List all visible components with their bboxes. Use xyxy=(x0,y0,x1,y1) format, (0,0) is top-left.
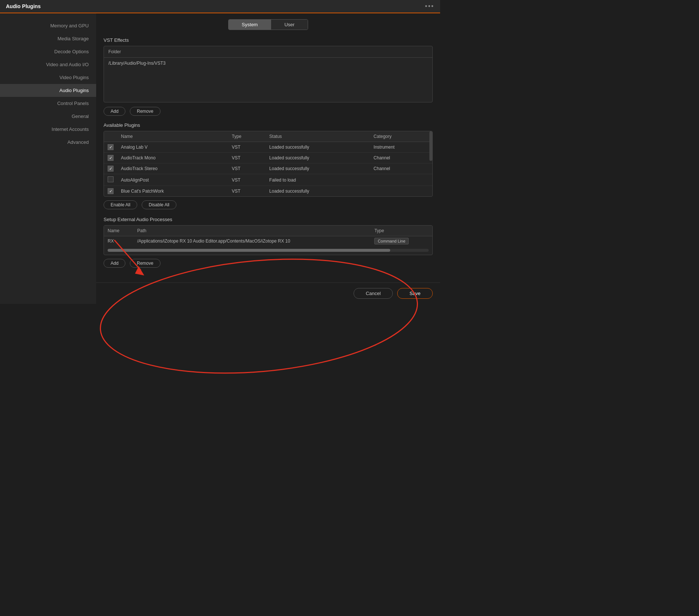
plugin-name-3: AutoAlignPost xyxy=(117,174,228,186)
checkbox-0[interactable]: ✓ xyxy=(108,144,114,150)
plugins-table: Name Type Status Category ✓ Analog Lab V… xyxy=(104,131,432,196)
ext-table: Name Path Type RX /Applications/iZotope … xyxy=(104,226,432,246)
plugin-type-3: VST xyxy=(228,174,266,186)
ext-col-type: Type xyxy=(371,226,432,236)
plugin-type-1: VST xyxy=(228,153,266,163)
plugin-status-1: Loaded successfully xyxy=(266,153,370,163)
plugins-scrollbar[interactable] xyxy=(429,131,432,161)
plugin-category-4 xyxy=(370,186,432,197)
plugin-row-0[interactable]: ✓ Analog Lab V VST Loaded successfully I… xyxy=(104,142,432,153)
plugin-row-1[interactable]: ✓ AudioTrack Mono VST Loaded successfull… xyxy=(104,153,432,163)
ext-table-wrapper: Name Path Type RX /Applications/iZotope … xyxy=(104,225,433,255)
ext-col-path: Path xyxy=(134,226,371,236)
checkbox-4[interactable]: ✓ xyxy=(108,188,114,194)
available-plugins-section: Available Plugins Name Type Status Categ… xyxy=(104,122,433,209)
checkbox-3[interactable] xyxy=(108,176,114,182)
plugin-status-3: Failed to load xyxy=(266,174,370,186)
enable-all-button[interactable]: Enable All xyxy=(104,200,137,209)
ext-scroll-thumb[interactable] xyxy=(108,249,390,252)
ext-type-0: Command Line xyxy=(371,236,432,246)
tab-group: System User xyxy=(228,19,308,30)
ext-remove-button[interactable]: Remove xyxy=(130,259,161,268)
ext-horizontal-scrollbar[interactable] xyxy=(108,249,429,252)
vst-folder-path: /Library/Audio/Plug-Ins/VST3 xyxy=(108,61,428,66)
plugin-check-2[interactable]: ✓ xyxy=(104,163,117,174)
sidebar: Memory and GPU Media Storage Decode Opti… xyxy=(0,13,96,304)
cancel-button[interactable]: Cancel xyxy=(354,288,393,299)
sidebar-item-advanced[interactable]: Advanced xyxy=(0,136,96,149)
sidebar-item-internet-accounts[interactable]: Internet Accounts xyxy=(0,123,96,136)
col-name: Name xyxy=(117,131,228,142)
tabs-container: System User xyxy=(104,19,433,30)
plugin-category-2: Channel xyxy=(370,163,432,174)
plugin-check-1[interactable]: ✓ xyxy=(104,153,117,163)
plugin-row-4[interactable]: ✓ Blue Cat's PatchWork VST Loaded succes… xyxy=(104,186,432,197)
vst-effects-title: VST Effects xyxy=(104,37,433,43)
available-plugins-title: Available Plugins xyxy=(104,122,433,128)
ext-add-button[interactable]: Add xyxy=(104,259,125,268)
disable-all-button[interactable]: Disable All xyxy=(142,200,176,209)
sidebar-item-memory-gpu[interactable]: Memory and GPU xyxy=(0,19,96,32)
plugin-status-0: Loaded successfully xyxy=(266,142,370,153)
plugin-name-2: AudioTrack Stereo xyxy=(117,163,228,174)
checkbox-1[interactable]: ✓ xyxy=(108,155,114,161)
plugin-check-4[interactable]: ✓ xyxy=(104,186,117,197)
vst-buttons-row: Add Remove xyxy=(104,107,433,116)
plugin-name-1: AudioTrack Mono xyxy=(117,153,228,163)
vst-remove-button[interactable]: Remove xyxy=(130,107,161,116)
tab-user[interactable]: User xyxy=(271,20,308,30)
title-bar: Audio Plugins ••• xyxy=(0,0,440,13)
vst-box-content: /Library/Audio/Plug-Ins/VST3 xyxy=(104,58,432,102)
save-button[interactable]: Save xyxy=(397,288,433,299)
checkbox-2[interactable]: ✓ xyxy=(108,166,114,172)
plugin-type-2: VST xyxy=(228,163,266,174)
ext-action-buttons: Add Remove xyxy=(104,259,433,268)
sidebar-item-video-audio-io[interactable]: Video and Audio I/O xyxy=(0,58,96,71)
plugin-row-2[interactable]: ✓ AudioTrack Stereo VST Loaded successfu… xyxy=(104,163,432,174)
plugin-name-4: Blue Cat's PatchWork xyxy=(117,186,228,197)
bottom-buttons-bar: Cancel Save xyxy=(96,282,440,304)
plugins-action-buttons: Enable All Disable All xyxy=(104,200,433,209)
more-options-icon[interactable]: ••• xyxy=(425,3,434,10)
col-status: Status xyxy=(266,131,370,142)
ext-table-header-row: Name Path Type xyxy=(104,226,432,236)
plugin-status-4: Loaded successfully xyxy=(266,186,370,197)
plugin-category-3 xyxy=(370,174,432,186)
plugin-check-3[interactable] xyxy=(104,174,117,186)
sidebar-item-video-plugins[interactable]: Video Plugins xyxy=(0,71,96,84)
plugins-table-wrapper: Name Type Status Category ✓ Analog Lab V… xyxy=(104,131,433,197)
ext-path-0: /Applications/iZotope RX 10 Audio Editor… xyxy=(134,236,371,246)
sidebar-item-general[interactable]: General xyxy=(0,110,96,123)
plugins-table-header-row: Name Type Status Category xyxy=(104,131,432,142)
vst-effects-box: Folder /Library/Audio/Plug-Ins/VST3 xyxy=(104,46,433,102)
sidebar-item-control-panels[interactable]: Control Panels xyxy=(0,97,96,110)
main-layout: Memory and GPU Media Storage Decode Opti… xyxy=(0,13,440,304)
window-title: Audio Plugins xyxy=(6,3,41,9)
ext-row-0[interactable]: RX /Applications/iZotope RX 10 Audio Edi… xyxy=(104,236,432,246)
plugin-status-2: Loaded successfully xyxy=(266,163,370,174)
tab-system[interactable]: System xyxy=(229,20,271,30)
content-area: System User VST Effects Folder /Library/… xyxy=(96,13,440,282)
external-audio-section: Setup External Audio Processes Name Path… xyxy=(104,217,433,268)
external-audio-title: Setup External Audio Processes xyxy=(104,217,433,222)
plugin-name-0: Analog Lab V xyxy=(117,142,228,153)
plugin-category-1: Channel xyxy=(370,153,432,163)
vst-folder-header: Folder xyxy=(104,46,432,58)
col-type: Type xyxy=(228,131,266,142)
ext-name-0: RX xyxy=(104,236,134,246)
ext-type-badge-0: Command Line xyxy=(374,238,409,244)
col-category: Category xyxy=(370,131,432,142)
vst-add-button[interactable]: Add xyxy=(104,107,125,116)
col-check xyxy=(104,131,117,142)
plugin-category-0: Instrument xyxy=(370,142,432,153)
sidebar-item-media-storage[interactable]: Media Storage xyxy=(0,32,96,45)
ext-col-name: Name xyxy=(104,226,134,236)
plugin-type-4: VST xyxy=(228,186,266,197)
plugin-row-3[interactable]: AutoAlignPost VST Failed to load xyxy=(104,174,432,186)
sidebar-item-audio-plugins[interactable]: Audio Plugins xyxy=(0,84,96,97)
sidebar-item-decode-options[interactable]: Decode Options xyxy=(0,45,96,58)
plugin-type-0: VST xyxy=(228,142,266,153)
plugin-check-0[interactable]: ✓ xyxy=(104,142,117,153)
